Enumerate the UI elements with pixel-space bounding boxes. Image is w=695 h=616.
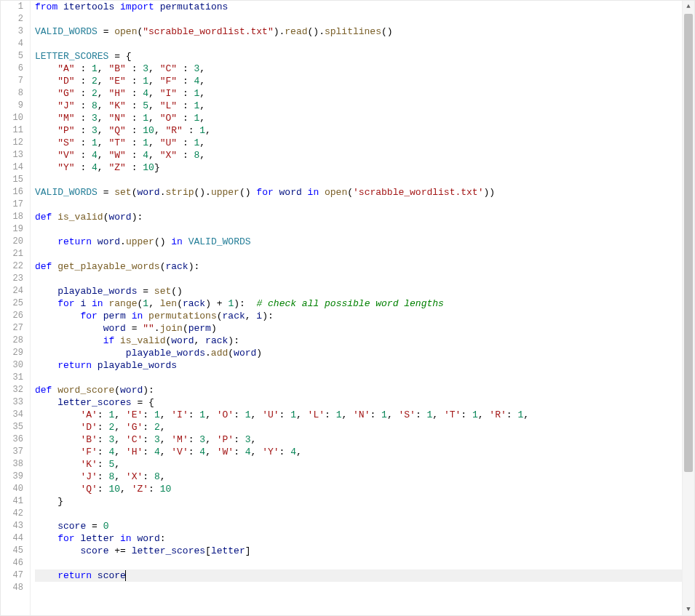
code-line[interactable]: 'A': 1, 'E': 1, 'I': 1, 'O': 1, 'U': 1, … — [35, 409, 694, 421]
token-id: word — [137, 187, 159, 198]
code-line[interactable]: 'B': 3, 'C': 3, 'M': 3, 'P': 3, — [35, 433, 694, 446]
token-id: word — [279, 187, 302, 198]
scroll-up-arrow-icon[interactable]: ▲ — [683, 1, 694, 12]
token-plain: : — [126, 125, 143, 136]
code-line[interactable] — [35, 582, 694, 594]
token-plain: , — [114, 459, 120, 470]
code-line[interactable]: def word_score(word): — [35, 384, 694, 396]
code-line[interactable] — [35, 199, 694, 211]
code-line[interactable]: 'F': 4, 'H': 4, 'V': 4, 'W': 4, 'Y': 4, — [35, 446, 694, 458]
code-line[interactable]: } — [35, 495, 694, 508]
code-line[interactable]: from itertools import permutations — [35, 1, 694, 13]
token-plain: = — [98, 187, 114, 198]
code-line[interactable]: VALID_WORDS = open("scrabble_wordlist.tx… — [35, 25, 694, 38]
code-line[interactable] — [35, 557, 694, 569]
code-line[interactable]: "G" : 2, "H" : 4, "I" : 1, — [35, 87, 694, 100]
scroll-down-arrow-icon[interactable]: ▼ — [683, 604, 694, 615]
code-line[interactable]: 'J': 8, 'X': 8, — [35, 471, 694, 483]
code-line[interactable] — [35, 38, 694, 50]
code-line[interactable]: def get_playable_words(rack): — [35, 260, 694, 273]
line-number: 4 — [1, 38, 30, 50]
code-line[interactable]: "Y" : 4, "Z" : 10} — [35, 161, 694, 174]
code-line[interactable]: word = "".join(perm) — [35, 322, 694, 335]
token-str: 'V' — [171, 447, 188, 457]
scrollbar-thumb[interactable] — [684, 14, 693, 472]
code-line[interactable]: return playable_words — [35, 359, 694, 372]
token-num: 1 — [381, 409, 387, 420]
code-line[interactable]: playable_words = set() — [35, 285, 694, 297]
token-plain: : — [188, 409, 200, 420]
code-line[interactable] — [35, 273, 694, 285]
code-line[interactable] — [35, 508, 694, 520]
code-line[interactable]: "P" : 3, "Q" : 10, "R" : 1, — [35, 124, 694, 137]
code-line[interactable] — [35, 13, 694, 25]
code-line[interactable]: VALID_WORDS = set(word.strip().upper() f… — [35, 186, 694, 199]
code-line[interactable]: playable_words.add(word) — [35, 347, 694, 359]
token-kw: for — [80, 311, 97, 321]
token-plain: . — [205, 348, 211, 359]
token-str: 'X' — [126, 471, 143, 482]
code-line[interactable]: for i in range(1, len(rack) + 1): # chec… — [35, 297, 694, 310]
code-line[interactable]: 'K': 5, — [35, 458, 694, 471]
token-plain: : — [75, 150, 92, 161]
token-str: 'H' — [126, 447, 143, 457]
token-plain — [35, 150, 57, 161]
token-id: word — [120, 385, 143, 396]
code-line[interactable]: for perm in permutations(rack, i): — [35, 310, 694, 322]
code-line[interactable]: 'D': 2, 'G': 2, — [35, 421, 694, 433]
code-line[interactable]: "V" : 4, "W" : 4, "X" : 8, — [35, 149, 694, 161]
token-plain: , — [160, 471, 166, 482]
token-num: 2 — [92, 88, 98, 99]
code-line[interactable]: def is_valid(word): — [35, 211, 694, 223]
token-plain: : — [98, 459, 109, 470]
token-plain: : — [325, 409, 336, 420]
code-editor[interactable]: 1234567891011121314151617181920212223242… — [0, 0, 695, 616]
code-line[interactable] — [35, 372, 694, 384]
token-plain — [35, 323, 103, 334]
token-num: 1 — [290, 409, 296, 420]
code-line[interactable] — [35, 174, 694, 186]
code-line[interactable]: score += letter_scores[letter] — [35, 545, 694, 557]
token-plain: ) — [256, 348, 262, 359]
code-line[interactable]: LETTER_SCORES = { — [35, 50, 694, 63]
token-plain — [57, 1, 63, 12]
token-str: 'M' — [171, 434, 188, 445]
code-line[interactable]: if is_valid(word, rack): — [35, 335, 694, 347]
code-line[interactable] — [35, 223, 694, 236]
token-num: 4 — [245, 447, 251, 457]
code-line[interactable]: return score — [35, 569, 694, 582]
code-line[interactable]: for letter in word: — [35, 532, 694, 545]
code-line[interactable]: "D" : 2, "E" : 1, "F" : 4, — [35, 75, 694, 87]
token-plain: : — [98, 422, 109, 433]
line-number: 48 — [1, 582, 30, 594]
token-plain: : — [234, 447, 245, 457]
token-plain: : — [75, 88, 92, 99]
text-cursor — [125, 570, 126, 581]
token-str: "T" — [108, 137, 125, 148]
code-line[interactable]: 'Q': 10, 'Z': 10 — [35, 483, 694, 495]
token-id: score — [57, 521, 86, 532]
code-line[interactable]: return word.upper() in VALID_WORDS — [35, 236, 694, 248]
token-plain — [92, 236, 98, 247]
code-line[interactable]: score = 0 — [35, 520, 694, 532]
token-plain: , — [199, 100, 205, 111]
code-line[interactable]: "A" : 1, "B" : 3, "C" : 3, — [35, 63, 694, 75]
code-line[interactable]: "M" : 3, "N" : 1, "O" : 1, — [35, 112, 694, 124]
code-line[interactable]: letter_scores = { — [35, 396, 694, 409]
line-number: 35 — [1, 421, 30, 433]
code-line[interactable]: "J" : 8, "K" : 5, "L" : 1, — [35, 100, 694, 112]
token-id: score — [98, 570, 126, 581]
token-num: 10 — [108, 484, 120, 495]
token-str: 'G' — [126, 422, 143, 433]
code-area[interactable]: from itertools import permutationsVALID_… — [31, 1, 694, 615]
code-line[interactable] — [35, 248, 694, 260]
token-plain: , — [98, 63, 109, 74]
token-plain — [126, 311, 132, 321]
token-str: 'C' — [126, 434, 143, 445]
token-num: 3 — [92, 125, 98, 136]
token-plain: ( — [347, 187, 353, 198]
vertical-scrollbar[interactable]: ▲ ▼ — [682, 1, 694, 615]
line-number: 40 — [1, 483, 30, 495]
code-line[interactable]: "S" : 1, "T" : 1, "U" : 1, — [35, 137, 694, 149]
token-num: 1 — [143, 113, 148, 124]
